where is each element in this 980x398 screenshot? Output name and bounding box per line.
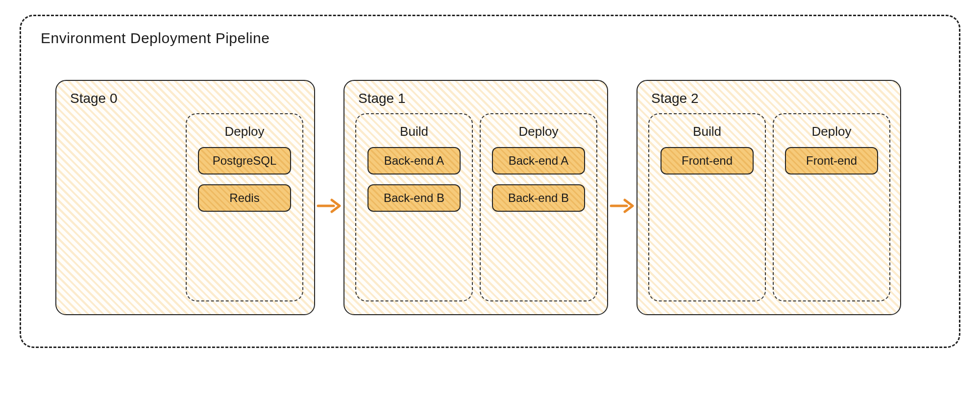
service-box-label: Back-end A [384,154,444,168]
stage-2-title: Stage 2 [651,91,889,106]
service-box-label: Front-end [806,154,857,168]
service-box-backend-a-build: Back-end A [368,147,461,174]
stage-1-phase-deploy: Deploy Back-end A Back-end B [480,113,597,301]
service-box-label: PostgreSQL [213,154,277,168]
arrow-stage1-to-stage2 [608,80,637,332]
stage-0-body: Deploy PostgreSQL Redis [67,113,303,301]
stage-0-title: Stage 0 [70,91,303,106]
service-box-label: Back-end A [509,154,569,168]
service-box-backend-b-deploy: Back-end B [492,184,585,212]
stage-2-phase-deploy-items: Front-end [783,147,881,174]
stage-2-phase-deploy: Deploy Front-end [773,113,890,301]
arrow-right-icon [317,196,342,216]
stage-0-phase-deploy-items: PostgreSQL Redis [196,147,294,212]
stage-2-phase-deploy-title: Deploy [812,124,852,139]
stage-0: Stage 0 Deploy PostgreSQL Redis [55,80,315,315]
service-box-label: Front-end [682,154,733,168]
arrow-stage0-to-stage1 [315,80,343,332]
service-box-frontend-build: Front-end [661,147,754,174]
stage-1-phase-deploy-items: Back-end A Back-end B [490,147,588,212]
stage-1-title: Stage 1 [358,91,596,106]
stage-2: Stage 2 Build Front-end Deploy Front-end [637,80,901,315]
stage-0-phase-deploy: Deploy PostgreSQL Redis [186,113,303,301]
pipeline-container: Environment Deployment Pipeline Stage 0 … [20,15,960,348]
stage-2-body: Build Front-end Deploy Front-end [648,113,889,301]
stage-2-phase-build: Build Front-end [648,113,766,301]
service-box-frontend-deploy: Front-end [785,147,878,174]
service-box-postgresql: PostgreSQL [198,147,291,174]
service-box-backend-a-deploy: Back-end A [492,147,585,174]
stage-2-phase-build-title: Build [693,124,721,139]
service-box-label: Back-end B [384,191,444,205]
diagram-canvas: Environment Deployment Pipeline Stage 0 … [0,0,980,398]
stage-1-phase-build: Build Back-end A Back-end B [355,113,473,301]
stage-0-phase-deploy-title: Deploy [225,124,265,139]
stage-2-phase-build-items: Front-end [658,147,756,174]
service-box-redis: Redis [198,184,291,212]
stage-1-body: Build Back-end A Back-end B Deploy Back-… [355,113,596,301]
stage-1-phase-build-title: Build [400,124,428,139]
pipeline-title: Environment Deployment Pipeline [41,30,944,47]
stage-1: Stage 1 Build Back-end A Back-end B Depl… [343,80,608,315]
service-box-label: Back-end B [508,191,569,205]
stage-1-phase-deploy-title: Deploy [519,124,559,139]
service-box-label: Redis [229,191,259,205]
arrow-right-icon [610,196,635,216]
stage-1-phase-build-items: Back-end A Back-end B [365,147,463,212]
service-box-backend-b-build: Back-end B [368,184,461,212]
stages-row: Stage 0 Deploy PostgreSQL Redis [55,80,944,332]
